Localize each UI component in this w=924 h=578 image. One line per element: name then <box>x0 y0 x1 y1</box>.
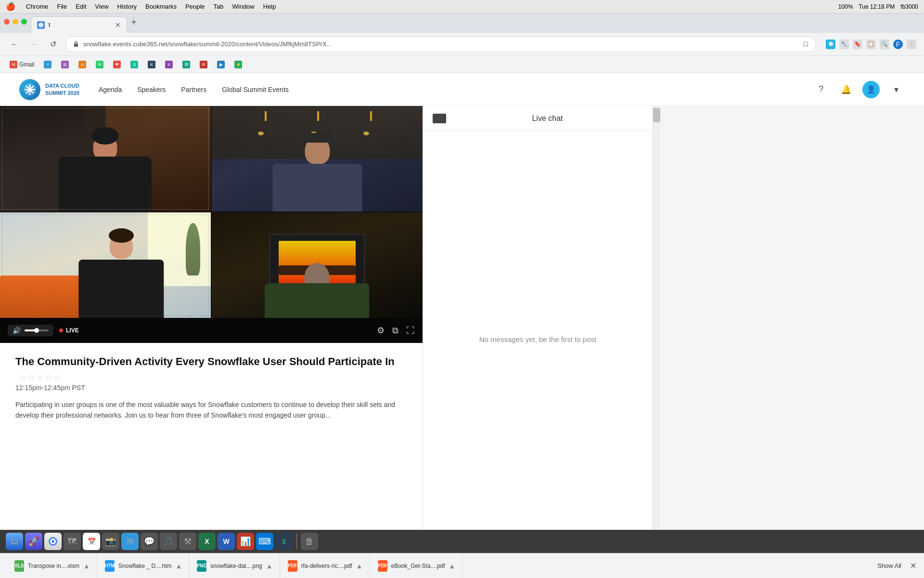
apple-menu[interactable]: 🍎 <box>6 2 15 11</box>
view-menu[interactable]: View <box>95 3 109 10</box>
live-badge: LIVE <box>59 327 79 334</box>
speaker-icon[interactable]: 🔊 <box>13 327 21 334</box>
window-menu[interactable]: Window <box>232 3 255 10</box>
star-rating[interactable]: ☆ ☆ ☆ ☆ ☆ <box>19 373 61 382</box>
user-avatar[interactable]: 👤 <box>862 81 880 98</box>
video-cell-2 <box>212 106 423 211</box>
dock-messages[interactable]: 💬 <box>141 533 158 550</box>
dl-chevron-1[interactable]: ▲ <box>83 562 90 570</box>
dl-chevron-4[interactable]: ▲ <box>356 562 363 570</box>
dock-maps[interactable]: 🗺 <box>64 533 81 550</box>
new-tab-btn[interactable]: + <box>127 15 141 29</box>
bookmark-13[interactable]: ⚡ <box>231 59 246 70</box>
dock-app2[interactable]: 📊 <box>237 533 254 550</box>
notifications-button[interactable]: 🔔 <box>837 81 855 98</box>
right-scrollbar[interactable] <box>653 106 660 578</box>
dl-name-3: snowflake-dat....png <box>210 563 262 569</box>
help-button[interactable]: ? <box>812 81 830 98</box>
dock-xcode[interactable]: ⚒ <box>179 533 196 550</box>
url-bar[interactable]: snowflake.events.cube365.net/snowflake/s… <box>65 37 816 52</box>
bookmark-gmail[interactable]: M Gmail <box>6 59 38 70</box>
dock-chrome[interactable] <box>44 533 62 550</box>
dock-vs[interactable]: ⌨ <box>256 533 273 550</box>
nav-global[interactable]: Global Summit Events <box>222 86 289 93</box>
bookmark-icon[interactable] <box>802 41 809 48</box>
tab-close-btn[interactable]: ✕ <box>115 21 121 29</box>
toolbar-icon-4[interactable]: 🔍 <box>880 39 889 49</box>
nav-speakers[interactable]: Speakers <box>137 86 166 93</box>
logo-icon <box>19 79 40 100</box>
dock-finder[interactable]: 🗂 <box>6 533 23 550</box>
toolbar-icon-1[interactable]: 🔧 <box>839 39 849 49</box>
bookmark-7[interactable]: S <box>127 59 142 70</box>
bookmark-11[interactable]: R <box>196 59 211 70</box>
bookmark-10[interactable]: ⦿ <box>179 59 194 70</box>
bookmark-6[interactable]: ❤ <box>109 59 125 70</box>
bookmark-8[interactable]: K <box>144 59 159 70</box>
bookmark-3[interactable]: ⊞ <box>57 59 73 70</box>
people-menu[interactable]: People <box>185 3 205 10</box>
site-header: DATA CLOUD SUMMIT 2020 Agenda Speakers P… <box>0 73 924 106</box>
dock-trash[interactable]: 🗑 <box>301 533 318 550</box>
dl-chevron-2[interactable]: ▲ <box>176 562 182 570</box>
bk-icon-6: ❤ <box>113 61 121 68</box>
download-item-1[interactable]: XLS Transpose in....xlsm ▲ <box>8 553 97 578</box>
edit-menu[interactable]: Edit <box>76 3 86 10</box>
main-content: 🔊 LIVE ⚙ ⧉ ⛶ The Community-Driven Activi… <box>0 106 924 578</box>
nav-partners[interactable]: Partners <box>181 86 206 93</box>
dock-launchpad[interactable]: 🚀 <box>25 533 42 550</box>
logo-area[interactable]: DATA CLOUD SUMMIT 2020 <box>19 79 79 100</box>
window-close-btn[interactable] <box>4 19 10 25</box>
video-controls: 🔊 LIVE ⚙ ⧉ ⛶ <box>0 318 423 343</box>
dock-excel[interactable]: X <box>198 533 216 550</box>
help-menu[interactable]: Help <box>263 3 276 10</box>
download-item-3[interactable]: PNG snowflake-dat....png ▲ <box>190 553 280 578</box>
dock-photos[interactable]: 📸 <box>102 533 119 550</box>
tab-menu[interactable]: Tab <box>214 3 224 10</box>
fullscreen-icon[interactable]: ⛶ <box>406 326 415 336</box>
settings-icon[interactable]: ⚙ <box>377 325 385 336</box>
bookmarks-menu[interactable]: Bookmarks <box>145 3 177 10</box>
bookmark-12[interactable]: ▶ <box>213 59 229 70</box>
bookmark-4[interactable]: A <box>75 59 90 70</box>
dl-icon-5: PDF <box>378 560 387 572</box>
bk-icon-7: S <box>130 61 138 68</box>
chat-title: Live chat <box>452 114 643 123</box>
expand-menu-btn[interactable]: ▾ <box>887 81 905 98</box>
dock-word[interactable]: W <box>218 533 235 550</box>
bk-icon-2: + <box>44 61 51 68</box>
back-button[interactable]: ← <box>8 38 21 51</box>
nav-agenda[interactable]: Agenda <box>99 86 122 93</box>
chrome-tab[interactable]: t ✕ <box>31 16 127 33</box>
download-item-4[interactable]: PDF rfa-delivers-ric....pdf ▲ <box>281 553 370 578</box>
bookmark-5[interactable]: ✉ <box>92 59 107 70</box>
bookmark-9[interactable]: K <box>161 59 177 70</box>
dock-calendar[interactable]: 📅 <box>83 533 100 550</box>
dl-chevron-5[interactable]: ▲ <box>449 562 456 570</box>
toolbar-icon-5[interactable]: F <box>893 39 903 49</box>
downloads-close-btn[interactable]: ✕ <box>910 561 916 570</box>
download-item-5[interactable]: PDF eBook_Get-Sta....pdf ▲ <box>371 553 463 578</box>
refresh-button[interactable]: ↺ <box>46 38 60 51</box>
dock-mail[interactable]: ✉ <box>121 533 139 550</box>
dock-music[interactable]: 🎵 <box>160 533 177 550</box>
extensions-icon[interactable]: ❄ <box>826 39 835 49</box>
pip-icon[interactable]: ⧉ <box>392 326 398 336</box>
dl-chevron-3[interactable]: ▲ <box>266 562 273 570</box>
chrome-menu[interactable]: Chrome <box>26 3 48 10</box>
video-description: Participating in user groups is one of t… <box>15 399 407 421</box>
file-menu[interactable]: File <box>57 3 67 10</box>
download-item-2[interactable]: HTM Snowflake _ D....htm ▲ <box>98 553 190 578</box>
toolbar-icon-6[interactable]: ⋮ <box>907 39 916 49</box>
bookmark-2[interactable]: + <box>40 59 55 70</box>
toolbar-icon-3[interactable]: 📋 <box>866 39 876 49</box>
dock-terminal[interactable]: $ <box>275 533 293 550</box>
window-maximize-btn[interactable] <box>21 19 27 25</box>
forward-button[interactable]: → <box>27 38 40 51</box>
dl-icon-4: PDF <box>288 560 297 572</box>
history-menu[interactable]: History <box>117 3 137 10</box>
toolbar-icon-2[interactable]: 🔖 <box>853 39 862 49</box>
window-minimize-btn[interactable] <box>13 19 18 25</box>
volume-slider[interactable] <box>25 329 49 331</box>
show-all-button[interactable]: Show All <box>872 560 907 571</box>
